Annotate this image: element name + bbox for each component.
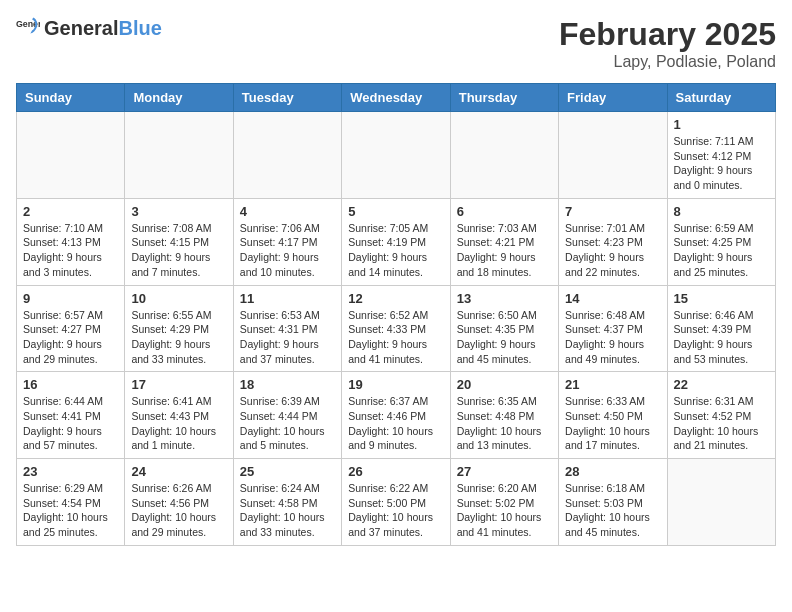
day-number: 25	[240, 464, 335, 479]
week-row-2: 2Sunrise: 7:10 AM Sunset: 4:13 PM Daylig…	[17, 198, 776, 285]
day-number: 2	[23, 204, 118, 219]
day-info: Sunrise: 6:33 AM Sunset: 4:50 PM Dayligh…	[565, 394, 660, 453]
day-cell: 7Sunrise: 7:01 AM Sunset: 4:23 PM Daylig…	[559, 198, 667, 285]
day-number: 21	[565, 377, 660, 392]
week-row-5: 23Sunrise: 6:29 AM Sunset: 4:54 PM Dayli…	[17, 459, 776, 546]
day-number: 26	[348, 464, 443, 479]
day-number: 10	[131, 291, 226, 306]
day-cell: 22Sunrise: 6:31 AM Sunset: 4:52 PM Dayli…	[667, 372, 775, 459]
day-of-week-friday: Friday	[559, 84, 667, 112]
day-cell: 26Sunrise: 6:22 AM Sunset: 5:00 PM Dayli…	[342, 459, 450, 546]
day-info: Sunrise: 7:01 AM Sunset: 4:23 PM Dayligh…	[565, 221, 660, 280]
day-number: 3	[131, 204, 226, 219]
day-cell	[233, 112, 341, 199]
day-info: Sunrise: 6:37 AM Sunset: 4:46 PM Dayligh…	[348, 394, 443, 453]
day-info: Sunrise: 7:05 AM Sunset: 4:19 PM Dayligh…	[348, 221, 443, 280]
day-cell: 17Sunrise: 6:41 AM Sunset: 4:43 PM Dayli…	[125, 372, 233, 459]
day-number: 15	[674, 291, 769, 306]
day-info: Sunrise: 6:52 AM Sunset: 4:33 PM Dayligh…	[348, 308, 443, 367]
day-of-week-saturday: Saturday	[667, 84, 775, 112]
day-number: 6	[457, 204, 552, 219]
day-info: Sunrise: 6:22 AM Sunset: 5:00 PM Dayligh…	[348, 481, 443, 540]
day-of-week-sunday: Sunday	[17, 84, 125, 112]
day-cell: 11Sunrise: 6:53 AM Sunset: 4:31 PM Dayli…	[233, 285, 341, 372]
week-row-4: 16Sunrise: 6:44 AM Sunset: 4:41 PM Dayli…	[17, 372, 776, 459]
day-cell	[125, 112, 233, 199]
day-info: Sunrise: 7:06 AM Sunset: 4:17 PM Dayligh…	[240, 221, 335, 280]
month-title: February 2025	[559, 16, 776, 53]
day-info: Sunrise: 6:57 AM Sunset: 4:27 PM Dayligh…	[23, 308, 118, 367]
day-info: Sunrise: 6:44 AM Sunset: 4:41 PM Dayligh…	[23, 394, 118, 453]
day-info: Sunrise: 7:11 AM Sunset: 4:12 PM Dayligh…	[674, 134, 769, 193]
day-cell: 19Sunrise: 6:37 AM Sunset: 4:46 PM Dayli…	[342, 372, 450, 459]
week-row-1: 1Sunrise: 7:11 AM Sunset: 4:12 PM Daylig…	[17, 112, 776, 199]
day-info: Sunrise: 6:24 AM Sunset: 4:58 PM Dayligh…	[240, 481, 335, 540]
day-info: Sunrise: 6:26 AM Sunset: 4:56 PM Dayligh…	[131, 481, 226, 540]
week-row-3: 9Sunrise: 6:57 AM Sunset: 4:27 PM Daylig…	[17, 285, 776, 372]
day-number: 19	[348, 377, 443, 392]
day-number: 27	[457, 464, 552, 479]
logo-general: General	[44, 17, 118, 39]
day-cell: 21Sunrise: 6:33 AM Sunset: 4:50 PM Dayli…	[559, 372, 667, 459]
day-cell: 1Sunrise: 7:11 AM Sunset: 4:12 PM Daylig…	[667, 112, 775, 199]
day-cell: 2Sunrise: 7:10 AM Sunset: 4:13 PM Daylig…	[17, 198, 125, 285]
day-cell: 5Sunrise: 7:05 AM Sunset: 4:19 PM Daylig…	[342, 198, 450, 285]
day-info: Sunrise: 6:59 AM Sunset: 4:25 PM Dayligh…	[674, 221, 769, 280]
day-number: 28	[565, 464, 660, 479]
day-number: 18	[240, 377, 335, 392]
logo-icon: General	[16, 16, 40, 40]
day-info: Sunrise: 6:55 AM Sunset: 4:29 PM Dayligh…	[131, 308, 226, 367]
logo-text: GeneralBlue	[44, 18, 162, 38]
day-cell	[450, 112, 558, 199]
day-info: Sunrise: 6:31 AM Sunset: 4:52 PM Dayligh…	[674, 394, 769, 453]
title-section: February 2025 Lapy, Podlasie, Poland	[559, 16, 776, 71]
day-info: Sunrise: 6:18 AM Sunset: 5:03 PM Dayligh…	[565, 481, 660, 540]
day-number: 8	[674, 204, 769, 219]
day-cell	[559, 112, 667, 199]
day-cell: 20Sunrise: 6:35 AM Sunset: 4:48 PM Dayli…	[450, 372, 558, 459]
day-number: 16	[23, 377, 118, 392]
day-cell: 25Sunrise: 6:24 AM Sunset: 4:58 PM Dayli…	[233, 459, 341, 546]
day-cell: 15Sunrise: 6:46 AM Sunset: 4:39 PM Dayli…	[667, 285, 775, 372]
day-cell: 10Sunrise: 6:55 AM Sunset: 4:29 PM Dayli…	[125, 285, 233, 372]
day-number: 9	[23, 291, 118, 306]
day-cell: 13Sunrise: 6:50 AM Sunset: 4:35 PM Dayli…	[450, 285, 558, 372]
day-cell: 23Sunrise: 6:29 AM Sunset: 4:54 PM Dayli…	[17, 459, 125, 546]
day-cell: 28Sunrise: 6:18 AM Sunset: 5:03 PM Dayli…	[559, 459, 667, 546]
calendar: SundayMondayTuesdayWednesdayThursdayFrid…	[16, 83, 776, 546]
day-number: 14	[565, 291, 660, 306]
day-of-week-thursday: Thursday	[450, 84, 558, 112]
day-cell: 12Sunrise: 6:52 AM Sunset: 4:33 PM Dayli…	[342, 285, 450, 372]
location-subtitle: Lapy, Podlasie, Poland	[559, 53, 776, 71]
day-cell	[342, 112, 450, 199]
day-of-week-monday: Monday	[125, 84, 233, 112]
day-number: 12	[348, 291, 443, 306]
day-cell	[17, 112, 125, 199]
calendar-header-row: SundayMondayTuesdayWednesdayThursdayFrid…	[17, 84, 776, 112]
day-info: Sunrise: 6:29 AM Sunset: 4:54 PM Dayligh…	[23, 481, 118, 540]
day-cell	[667, 459, 775, 546]
day-cell: 6Sunrise: 7:03 AM Sunset: 4:21 PM Daylig…	[450, 198, 558, 285]
day-cell: 3Sunrise: 7:08 AM Sunset: 4:15 PM Daylig…	[125, 198, 233, 285]
day-number: 17	[131, 377, 226, 392]
logo: General GeneralBlue	[16, 16, 162, 40]
day-info: Sunrise: 6:53 AM Sunset: 4:31 PM Dayligh…	[240, 308, 335, 367]
day-number: 24	[131, 464, 226, 479]
day-info: Sunrise: 6:41 AM Sunset: 4:43 PM Dayligh…	[131, 394, 226, 453]
day-info: Sunrise: 6:20 AM Sunset: 5:02 PM Dayligh…	[457, 481, 552, 540]
day-of-week-tuesday: Tuesday	[233, 84, 341, 112]
day-info: Sunrise: 7:03 AM Sunset: 4:21 PM Dayligh…	[457, 221, 552, 280]
day-number: 11	[240, 291, 335, 306]
day-cell: 24Sunrise: 6:26 AM Sunset: 4:56 PM Dayli…	[125, 459, 233, 546]
day-cell: 9Sunrise: 6:57 AM Sunset: 4:27 PM Daylig…	[17, 285, 125, 372]
day-cell: 18Sunrise: 6:39 AM Sunset: 4:44 PM Dayli…	[233, 372, 341, 459]
day-number: 7	[565, 204, 660, 219]
day-number: 1	[674, 117, 769, 132]
day-number: 4	[240, 204, 335, 219]
day-info: Sunrise: 6:48 AM Sunset: 4:37 PM Dayligh…	[565, 308, 660, 367]
day-info: Sunrise: 6:39 AM Sunset: 4:44 PM Dayligh…	[240, 394, 335, 453]
day-cell: 4Sunrise: 7:06 AM Sunset: 4:17 PM Daylig…	[233, 198, 341, 285]
logo-blue: Blue	[118, 17, 161, 39]
day-cell: 16Sunrise: 6:44 AM Sunset: 4:41 PM Dayli…	[17, 372, 125, 459]
day-cell: 27Sunrise: 6:20 AM Sunset: 5:02 PM Dayli…	[450, 459, 558, 546]
